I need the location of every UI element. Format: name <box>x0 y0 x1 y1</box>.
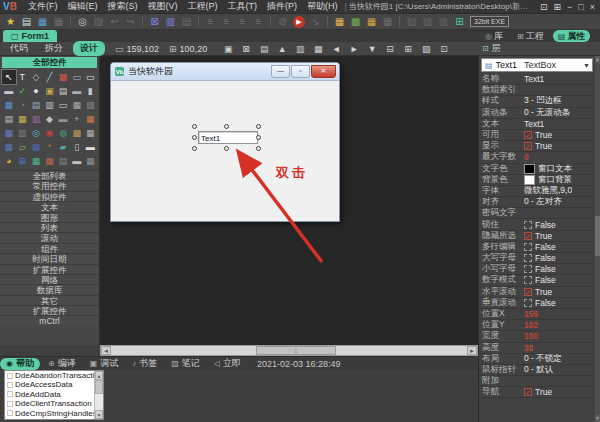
toolbox-category[interactable]: 网络 <box>0 274 99 284</box>
toolbox-control-icon[interactable]: ▦ <box>29 140 43 154</box>
toolbox-category[interactable]: 扩展控件 <box>0 264 99 274</box>
toolbox-control-icon[interactable]: ▦ <box>2 98 16 112</box>
toolbox-control-icon[interactable]: ◕ <box>2 154 16 168</box>
checkbox-checked-icon[interactable]: ✓ <box>524 232 532 240</box>
toolbox-control-icon[interactable]: ▣ <box>43 84 57 98</box>
layout-tool-icon[interactable]: ▧ <box>419 43 433 55</box>
menu-item[interactable]: 工程(P) <box>182 1 222 11</box>
toolbox-control-icon[interactable]: ◍ <box>56 126 70 140</box>
window-control-icon[interactable]: ⊡ <box>540 2 548 12</box>
toolbox-control-icon[interactable]: ▥ <box>43 98 57 112</box>
toolbox-control-icon[interactable]: ▦ <box>2 140 16 154</box>
toolbox-category[interactable]: 虚拟控件 <box>0 191 99 201</box>
toolbox-control-icon[interactable]: ▤ <box>56 84 70 98</box>
toolbox-control-icon[interactable]: ▥ <box>29 112 43 126</box>
toolbox-control-icon[interactable]: ╱ <box>43 70 57 84</box>
tab-layer[interactable]: ⊡ 层 <box>482 42 501 55</box>
window-control-icon[interactable]: × <box>590 2 595 12</box>
menu-item[interactable]: 视图(V) <box>142 1 182 11</box>
view-button-拆分[interactable]: 拆分 <box>38 41 70 56</box>
tab-库[interactable]: ◎库 <box>480 30 508 42</box>
toolbox-category[interactable]: 扩展控件 <box>0 305 99 315</box>
run-icon[interactable]: ▶ <box>293 16 305 28</box>
toolbox-category[interactable]: 数据库 <box>0 284 99 294</box>
hscroll-thumb[interactable]: ≡ <box>256 346 336 355</box>
toolbox-control-icon[interactable]: ▥ <box>16 126 30 140</box>
bottom-tab-笔记[interactable]: ▨笔记 <box>165 358 206 370</box>
selection-handle[interactable] <box>256 124 261 129</box>
menu-item[interactable]: 编辑(E) <box>62 1 102 11</box>
view-button-设计[interactable]: 设计 <box>73 41 105 56</box>
scroll-up-icon[interactable]: ▲ <box>95 371 103 380</box>
design-canvas[interactable]: Vb 当快软件园 — ▫ ✕ Text1 <box>100 56 478 345</box>
tab-属性[interactable]: ▤属性 <box>553 30 591 42</box>
selection-handle[interactable] <box>192 135 197 140</box>
checkbox-checked-icon[interactable]: ✓ <box>524 131 532 139</box>
toolbox-control-icon[interactable]: ▦ <box>83 154 97 168</box>
bottom-tab-立即[interactable]: ◁立即 <box>208 358 247 370</box>
bottom-tab-帮助[interactable]: ◉帮助 <box>0 358 40 370</box>
view-button-代码[interactable]: 代码 <box>3 41 35 56</box>
checkbox-unchecked-icon[interactable] <box>524 276 532 284</box>
toolbox-control-icon[interactable]: ▦ <box>83 112 97 126</box>
menu-item[interactable]: 工具(T) <box>222 1 262 11</box>
help-list-item[interactable]: DdeAbandonTransactio <box>5 371 103 380</box>
toolbox-control-icon[interactable]: ▬ <box>70 154 84 168</box>
layout-tool-icon[interactable]: ⊡ <box>437 43 451 55</box>
layout-tool-icon[interactable]: ▼ <box>365 43 379 55</box>
toolbox-category[interactable]: 滚动 <box>0 232 99 242</box>
selection-handle[interactable] <box>192 124 197 129</box>
new-file-icon[interactable]: ▤ <box>19 15 34 29</box>
cut-icon[interactable]: ⊠ <box>147 15 162 29</box>
toolbox-control-icon[interactable]: ↖ <box>2 70 16 84</box>
toolbox-control-icon[interactable]: ▦ <box>83 126 97 140</box>
toolbox-control-icon[interactable]: ▤ <box>56 154 70 168</box>
prop-scroll-thumb[interactable] <box>595 216 600 256</box>
toolbox-control-icon[interactable]: ● <box>29 84 43 98</box>
layout-tool-icon[interactable]: ⊠ <box>239 43 253 55</box>
toolbox-control-icon[interactable]: ◉ <box>43 126 57 140</box>
toolbox-control-icon[interactable]: ▰ <box>56 140 70 154</box>
toolbox-control-icon[interactable]: ▬ <box>70 84 84 98</box>
toolbox-control-icon[interactable]: ▩ <box>70 126 84 140</box>
selection-handle[interactable] <box>224 146 229 151</box>
toolbox-category[interactable]: mCtrl <box>0 315 99 325</box>
layout-tool-icon[interactable]: ▲ <box>275 43 289 55</box>
layout-tool-icon[interactable]: ⊟ <box>383 43 397 55</box>
toolbox-control-icon[interactable]: ▯ <box>70 140 84 154</box>
checkbox-checked-icon[interactable]: ✓ <box>524 288 532 296</box>
toolbox-control-icon[interactable]: ▬ <box>83 140 97 154</box>
help-list-item[interactable]: DdeClientTransaction <box>5 399 103 408</box>
checkbox-unchecked-icon[interactable] <box>524 221 532 229</box>
layout-tool-icon[interactable]: ▦ <box>311 43 325 55</box>
property-row[interactable]: 导航✓True <box>479 387 596 398</box>
scroll-down-icon[interactable]: ▼ <box>95 410 103 419</box>
toolbox-header[interactable]: 全部控件 <box>2 57 97 68</box>
toolbox-control-icon[interactable]: ▭ <box>70 70 84 84</box>
toolbox-control-icon[interactable]: ▦ <box>70 98 84 112</box>
menu-item[interactable]: 帮助(H) <box>302 1 343 11</box>
toolbox-control-icon[interactable]: ▤ <box>2 112 16 126</box>
toolbox-category[interactable]: 组件 <box>0 243 99 253</box>
layout-tool-icon[interactable]: ⊞ <box>401 43 415 55</box>
checkbox-checked-icon[interactable]: ✓ <box>524 388 532 396</box>
toolbox-control-icon[interactable]: ▦ <box>29 154 43 168</box>
checkbox-checked-icon[interactable]: ✓ <box>524 142 532 150</box>
toolbox-control-icon[interactable]: ▮ <box>83 84 97 98</box>
toolbox-control-icon[interactable]: ▦ <box>16 112 30 126</box>
window-control-icon[interactable]: ⊞ <box>553 2 561 12</box>
prop-scroll-down-icon[interactable]: ▼ <box>595 415 600 422</box>
toolbox-control-icon[interactable]: ▦ <box>43 154 57 168</box>
textbox-control[interactable]: Text1 <box>198 131 258 144</box>
form-close-button[interactable]: ✕ <box>311 65 336 78</box>
toolbox-control-icon[interactable]: ▧ <box>83 98 97 112</box>
toolbox-control-icon[interactable]: ▭ <box>83 70 97 84</box>
toolbox-category[interactable]: 列表 <box>0 222 99 232</box>
help-list-item[interactable]: DdeCmpStringHandles <box>5 409 103 418</box>
menu-item[interactable]: 插件(P) <box>262 1 302 11</box>
layout-tool-icon[interactable]: ▣ <box>221 43 235 55</box>
help-list-scrollbar[interactable]: ▲ ▼ <box>94 371 103 419</box>
toolbox-control-icon[interactable]: ▱ <box>16 140 30 154</box>
toolbox-control-icon[interactable]: ▤ <box>29 98 43 112</box>
layout-tool-icon[interactable]: ▥ <box>293 43 307 55</box>
